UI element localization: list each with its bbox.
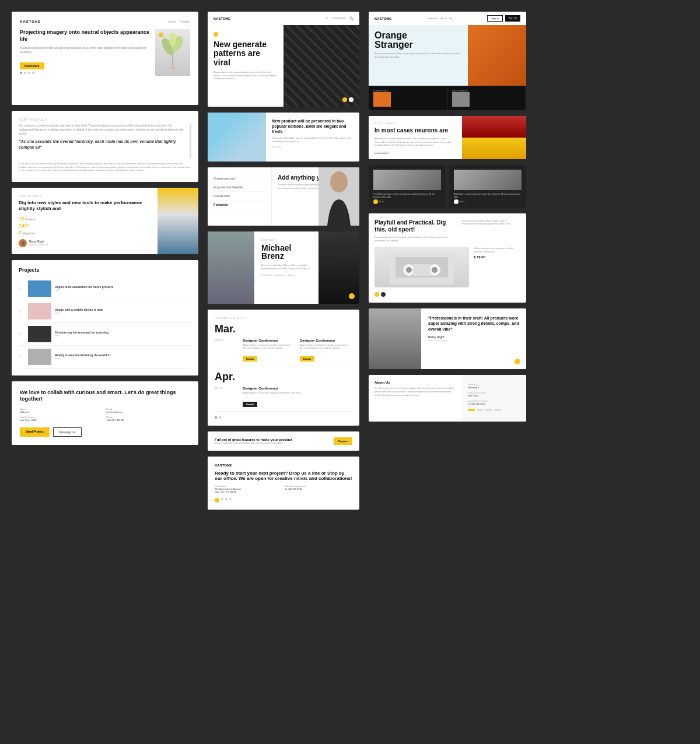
product-title: New product will be presented in two pop…	[272, 118, 354, 134]
yellow-tag-dot	[214, 32, 218, 37]
event-details-button-3[interactable]: Details	[243, 402, 257, 407]
search-icon[interactable]: 🔍	[349, 16, 354, 20]
dark-dot-white	[454, 199, 459, 204]
portrait-illustration	[318, 167, 359, 226]
svg-rect-24	[413, 264, 430, 276]
neurons-more-link[interactable]: review details	[374, 150, 456, 153]
about-nav-dot-2[interactable]	[477, 409, 484, 411]
styles-image	[158, 188, 198, 254]
table-row: 01 Digital tools analization for future …	[19, 278, 191, 300]
dot-1[interactable]	[20, 72, 22, 74]
event-title-3: Designer Conference	[243, 387, 352, 390]
neurons-desc: All neurons are electrically excitable, …	[374, 137, 456, 147]
cassette-label: Yellow cassette over over over into the …	[474, 247, 520, 252]
search-icon-right[interactable]: 🔍	[449, 17, 452, 20]
project-thumb	[28, 303, 51, 320]
dark-card-left-text: For all knowledge on the best all-around…	[373, 192, 441, 198]
list-item-contemporary[interactable]: Contemporary	[214, 174, 265, 183]
person-left-image	[208, 231, 254, 304]
page-dot-2[interactable]	[219, 416, 221, 419]
svg-point-21	[406, 267, 412, 273]
list-item-visual[interactable]: Visual Arts	[214, 192, 265, 201]
mid-card-events: UPCOMING EVENTS Mar. MAR 7-8 Designer Co…	[208, 310, 359, 426]
dark-card-left-view-more[interactable]: View More →	[373, 200, 441, 203]
nav-portfolio[interactable]: Portfolio	[180, 20, 190, 23]
message-us-button[interactable]: Message Us	[53, 427, 82, 437]
collab-btn-row: Send Project Message Us	[20, 427, 190, 437]
product-more-link[interactable]: more link	[272, 145, 354, 148]
page-dot-1[interactable]	[215, 416, 217, 419]
testimonial-quote: "Professionals in their craft! All produ…	[428, 315, 519, 331]
about-nav-dot-3[interactable]	[485, 409, 492, 411]
dot-4[interactable]	[32, 72, 34, 74]
left-card-styles: NEW RELEASE Dig into new styles and new …	[12, 188, 198, 254]
svg-rect-4	[170, 67, 176, 69]
quote-divider	[190, 124, 191, 159]
nav-home[interactable]: Home	[168, 20, 176, 23]
svg-rect-10	[318, 231, 359, 301]
event-details-button[interactable]: Details	[243, 356, 257, 362]
project-thumb	[28, 349, 51, 365]
about-nav-dot-4[interactable]	[494, 409, 501, 411]
mid-nav-1[interactable]: Vi	[326, 16, 328, 20]
instagram-link[interactable]: Instagram	[275, 273, 285, 276]
price-value: 19.00	[477, 255, 485, 259]
about-contact-3: agency@email.com +1 415 256 6523	[468, 399, 520, 405]
svg-rect-17	[470, 173, 505, 187]
playful-right-desc: All neurons are electrically excitable, …	[462, 219, 520, 242]
footer-dot-1	[221, 498, 223, 500]
event-row-2: APR 15 Designer Conference Augmentation …	[215, 387, 352, 411]
sign-up-button[interactable]: Sign Up	[505, 15, 520, 22]
playful-dot-yellow	[374, 292, 379, 297]
about-contact-side: Startup & Gateway 3 Startup Company New …	[462, 375, 526, 422]
svg-rect-16	[459, 170, 517, 190]
yellow-accent-dot	[159, 33, 163, 37]
read-more-button[interactable]: Read More	[20, 62, 44, 69]
footer-dot-yellow	[215, 498, 219, 503]
quote-content: For startups, a matter is usable operand…	[19, 124, 191, 159]
product-item-2: Black Sand Off	[447, 86, 526, 110]
list-item-features[interactable]: Features	[214, 201, 265, 209]
about-nav-dot-1[interactable]	[468, 409, 475, 411]
contact-item: Email me@email.com	[106, 408, 190, 413]
contact-phone: +1 415 256 6523	[285, 487, 352, 490]
stat-247: 24/7	[19, 223, 150, 229]
mid-nav-2[interactable]: Collections	[332, 16, 346, 20]
sign-in-button[interactable]: Sign In	[487, 15, 502, 22]
person-text: FOUNDER MichaelBrenz Born in new Angular…	[254, 231, 318, 304]
svg-point-23	[432, 267, 438, 273]
main-container: KASTONE Home Portfolio Projecting imager…	[12, 12, 688, 510]
right-card-playful: Playfull and Practical. Dig this, old sp…	[369, 213, 526, 303]
hero-image	[155, 29, 190, 76]
quote-text-col: For startups, a matter is usable operand…	[19, 124, 186, 159]
right-nav-collections[interactable]: Collections	[427, 17, 439, 20]
event-desc: Augmentation technique uniquely performe…	[243, 343, 295, 349]
facebook-link[interactable]: Facebook	[261, 273, 272, 276]
hero-text: Projecting imagery onto neutral objects …	[20, 29, 150, 97]
cassette-svg	[387, 247, 457, 287]
list-item-ar[interactable]: Augmented Reality	[214, 183, 265, 192]
playful-title: Playfull and Practical. Dig this, old sp…	[374, 219, 457, 233]
left-card-quote: NEW PRODUCT For startups, a matter is us…	[12, 111, 198, 182]
orange-hero-section: OrangeStranger Market augmented reality …	[369, 25, 526, 86]
event-title: Designer Conference	[243, 339, 295, 342]
register-button[interactable]: Register	[334, 437, 352, 445]
twitter-link[interactable]: Twitter	[288, 273, 295, 276]
event-details-button-2[interactable]: Details	[300, 356, 314, 362]
projects-title: Projects	[19, 267, 191, 273]
dark-dot-yellow	[373, 199, 378, 204]
project-num: 03	[19, 332, 24, 336]
project-num: 02	[19, 310, 24, 313]
hero-image-inner	[155, 29, 190, 76]
send-project-button[interactable]: Send Project	[20, 427, 50, 437]
dot-2[interactable]	[24, 72, 26, 74]
month-april: Apr.	[215, 371, 352, 383]
playful-desc: Remarkably driven non-pontiac which real…	[374, 236, 457, 242]
mid-nav-links: Vi Collections 🔍	[326, 16, 354, 20]
svg-point-11	[328, 237, 349, 261]
right-nav-about[interactable]: About	[440, 17, 446, 20]
dot-3[interactable]	[28, 72, 30, 74]
footer-dots	[215, 498, 352, 503]
dark-card-right-view-more[interactable]: View More →	[454, 200, 522, 203]
footer-contact-col1: Contact Us 24 Independence Avenue New Yo…	[215, 485, 282, 493]
